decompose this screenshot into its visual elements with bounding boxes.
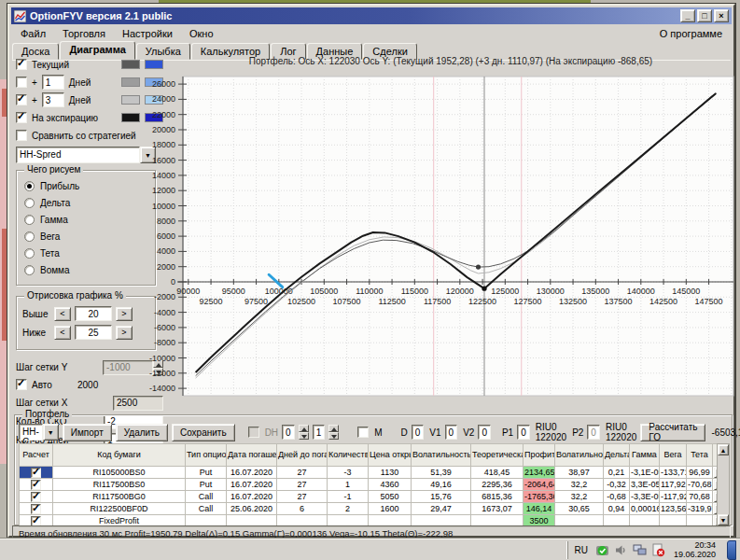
row-calc-checkbox[interactable] [31, 504, 41, 514]
network-icon[interactable] [633, 543, 647, 557]
minimize-button[interactable]: _ [680, 9, 695, 22]
plus1-days-field[interactable]: 1 [42, 75, 64, 90]
menu-about[interactable]: О программе [651, 27, 731, 40]
table-row[interactable]: RI122500BF0DCall25.06.202062160029,47167… [20, 503, 726, 515]
titlebar[interactable]: OptionFYV версия 2.1 public _ □ × [11, 7, 732, 24]
row-calc-checkbox[interactable] [31, 468, 41, 478]
plus1-checkbox[interactable] [16, 77, 27, 88]
close-button[interactable]: × [714, 9, 729, 22]
v2-field[interactable]: 0 [478, 425, 491, 440]
radio-icon[interactable] [24, 198, 35, 208]
svg-text:142500: 142500 [649, 297, 677, 306]
radio-icon[interactable] [24, 231, 35, 242]
import-button[interactable]: Импорт [63, 424, 112, 441]
menu-file[interactable]: Файл [12, 27, 54, 40]
menu-trading[interactable]: Торговля [54, 27, 114, 40]
calc-go-button[interactable]: Рассчитать ГО [640, 424, 705, 441]
clock[interactable]: 20:34 19.06.2020 [670, 540, 719, 559]
p1-field[interactable]: 0 [517, 425, 530, 440]
radio-icon[interactable] [24, 181, 35, 191]
below-decrement-button[interactable]: < [54, 326, 71, 340]
error-status-icon[interactable] [651, 543, 665, 557]
p2-field[interactable]: 0 [587, 425, 600, 440]
plus1-days-label: Дней [69, 77, 117, 88]
column-header[interactable]: Вега [660, 444, 687, 467]
svg-text:-10000: -10000 [149, 354, 175, 363]
dh-spinner-1[interactable]: 0 [282, 425, 295, 440]
dh-spinner-1-arrows[interactable] [299, 425, 309, 440]
column-header[interactable]: Волатильность открытия [412, 444, 471, 467]
table-row[interactable]: RI117500BG0Call16.07.202027-1505015,7668… [20, 491, 726, 503]
column-header[interactable]: Дата погашения [227, 444, 277, 467]
dh-spinner-2-arrows[interactable] [328, 425, 339, 440]
column-header[interactable]: Дней до погашения [277, 444, 328, 467]
show-desktop-button[interactable] [727, 540, 736, 560]
plus3-days-field[interactable]: 3 [42, 92, 64, 107]
compare-checkbox[interactable] [16, 130, 27, 141]
column-header[interactable]: Код бумаги [53, 444, 186, 467]
scroll-up-icon[interactable]: ▲ [718, 444, 729, 455]
combo-arrow-icon[interactable]: ▼ [43, 424, 59, 441]
draw-option-Дельта[interactable]: Дельта [24, 197, 147, 209]
row-calc-checkbox[interactable] [31, 492, 41, 502]
maximize-button[interactable]: □ [697, 9, 712, 22]
draw-option-Вега[interactable]: Вега [24, 231, 147, 243]
cell-value: -0,68 [604, 491, 630, 503]
volume-icon[interactable] [614, 543, 628, 557]
column-header[interactable]: Тета [687, 444, 713, 467]
table-row[interactable]: RI117500BS0Put16.07.2020271436049,162295… [20, 479, 726, 491]
menu-settings[interactable]: Настройки [114, 27, 181, 40]
radio-icon[interactable] [24, 215, 35, 225]
draw-option-Вомма[interactable]: Вомма [24, 264, 147, 276]
tab-diagram[interactable]: Диаграмма [60, 41, 134, 60]
dh-spinner-2[interactable]: 1 [313, 425, 326, 440]
radio-icon[interactable] [24, 248, 35, 259]
draw-option-label: Вега [40, 231, 60, 242]
svg-text:120000: 120000 [446, 287, 474, 296]
scroll-down-icon[interactable]: ▼ [718, 514, 729, 525]
table-scrollbar[interactable]: ▲ ▼ [717, 443, 730, 526]
row-calc-checkbox[interactable] [31, 480, 41, 490]
cell-value: 6815,36 [471, 491, 524, 503]
column-header[interactable]: Волатильность [555, 444, 604, 467]
cell-value: 146,14 [524, 503, 555, 515]
radio-icon[interactable] [24, 265, 35, 275]
above-value-field[interactable]: 20 [75, 306, 112, 321]
row-calc-checkbox[interactable] [31, 516, 41, 526]
delete-button[interactable]: Удалить [116, 424, 168, 441]
dh-checkbox[interactable] [248, 427, 259, 438]
draw-option-Прибыль[interactable]: Прибыль [24, 180, 147, 192]
table-row[interactable]: RI105000BS0Put16.07.202027-3113051,39418… [20, 467, 726, 479]
column-header[interactable]: Теоретическая цена [471, 444, 524, 467]
column-header[interactable]: Количество [328, 444, 369, 467]
plus3-checkbox[interactable] [16, 94, 27, 105]
draw-option-Тета[interactable]: Тета [24, 247, 147, 259]
auto-checkbox[interactable] [16, 379, 27, 390]
d-field[interactable]: 0 [412, 425, 425, 440]
cell-value: 15,76 [412, 491, 471, 503]
save-button[interactable]: Сохранить [172, 424, 235, 441]
menu-window[interactable]: Окно [181, 27, 222, 40]
strategy-value: HH-Spred [16, 147, 140, 163]
antivirus-icon[interactable] [595, 543, 609, 557]
column-header[interactable]: Цена открытия [369, 444, 412, 467]
column-header[interactable]: Дельта [604, 444, 630, 467]
language-indicator[interactable]: RU [572, 545, 591, 555]
expiration-checkbox[interactable] [16, 112, 27, 123]
draw-option-Гамма[interactable]: Гамма [24, 214, 147, 226]
column-header[interactable]: Профит [524, 444, 555, 467]
svg-text:6000: 6000 [157, 231, 175, 241]
m-checkbox[interactable] [357, 427, 369, 438]
current-checkbox[interactable] [16, 59, 27, 70]
column-header[interactable]: Тип опциона [186, 444, 227, 467]
v1-field[interactable]: 0 [445, 425, 458, 440]
cell-value: Put [186, 479, 227, 491]
column-header[interactable]: Гамма [630, 444, 660, 467]
cell-value: 0,000167 [630, 503, 660, 515]
column-header[interactable]: Расчет [20, 444, 53, 467]
portfolio-preset-combo[interactable]: НН-С ▼ [19, 424, 59, 441]
above-decrement-button[interactable]: < [54, 307, 71, 321]
below-value-field[interactable]: 25 [75, 325, 112, 340]
statusbar-text: Время обновления 30 мс Profit=1950,79 De… [19, 528, 453, 539]
portfolio-preset-value: НН-С [19, 424, 43, 441]
